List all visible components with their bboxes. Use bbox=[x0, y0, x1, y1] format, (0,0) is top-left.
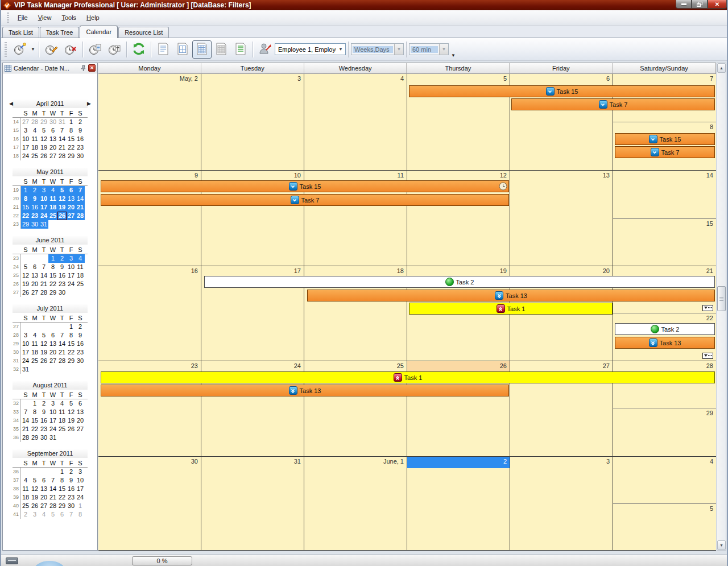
mini-day[interactable]: 19 bbox=[21, 280, 30, 288]
mini-day[interactable]: 2 bbox=[57, 254, 67, 263]
tab-resource-list[interactable]: Resource List bbox=[118, 27, 169, 38]
close-button[interactable]: ✕ bbox=[708, 0, 727, 9]
mini-day[interactable]: 30 bbox=[39, 433, 48, 442]
mini-day[interactable]: 2 bbox=[30, 186, 39, 195]
restore-button[interactable] bbox=[692, 0, 708, 9]
chevron-down-icon[interactable]: ▼ bbox=[336, 44, 345, 55]
mini-day[interactable]: 22 bbox=[30, 425, 39, 433]
mini-day[interactable]: 26 bbox=[67, 425, 76, 433]
mini-day[interactable]: 14 bbox=[39, 271, 48, 280]
more-tasks-icon[interactable] bbox=[702, 305, 713, 311]
task-bar[interactable]: Task 7 bbox=[511, 98, 715, 110]
task-bar[interactable]: Task 13 bbox=[307, 290, 715, 301]
panel-close-icon[interactable]: ✕ bbox=[88, 64, 96, 72]
mini-day[interactable]: 27 bbox=[67, 212, 76, 220]
mini-day[interactable]: 24 bbox=[48, 425, 57, 433]
mini-day[interactable]: 13 bbox=[48, 340, 57, 348]
mini-day[interactable]: 30 bbox=[48, 118, 57, 126]
mini-day[interactable]: 4 bbox=[76, 254, 85, 263]
mini-day[interactable]: 28 bbox=[48, 502, 57, 510]
scroll-up-icon[interactable]: ▲ bbox=[717, 63, 726, 73]
mini-day[interactable]: 25 bbox=[57, 425, 67, 433]
task-bar[interactable]: Task 2 bbox=[204, 276, 715, 288]
mini-day[interactable]: 23 bbox=[30, 212, 39, 220]
mini-day[interactable]: 3 bbox=[30, 510, 39, 519]
task-bar[interactable]: Task 15 bbox=[409, 85, 715, 97]
mini-day[interactable]: 7 bbox=[76, 186, 85, 195]
mini-day[interactable]: 29 bbox=[67, 152, 76, 160]
mini-day[interactable]: 9 bbox=[57, 263, 67, 271]
mini-day[interactable]: 22 bbox=[67, 143, 76, 152]
mini-day[interactable]: 9 bbox=[39, 408, 48, 416]
mini-day[interactable]: 22 bbox=[57, 493, 67, 502]
delete-task-button[interactable] bbox=[61, 40, 80, 59]
mini-day[interactable]: 12 bbox=[57, 195, 67, 203]
task-bar[interactable]: Task 1 bbox=[101, 371, 715, 383]
mini-day[interactable]: 26 bbox=[39, 152, 48, 160]
mini-day[interactable]: 31 bbox=[57, 118, 67, 126]
mini-day[interactable]: 5 bbox=[57, 186, 67, 195]
mini-day[interactable]: 7 bbox=[67, 510, 76, 519]
mini-day[interactable]: 23 bbox=[76, 348, 85, 357]
mini-day[interactable]: 5 bbox=[67, 399, 76, 408]
prev-month-icon[interactable]: ◀ bbox=[9, 100, 13, 108]
task-bar[interactable]: Task 13 bbox=[615, 337, 715, 349]
day-cell[interactable]: June, 1 bbox=[304, 457, 407, 550]
timeline-view-button[interactable] bbox=[212, 40, 231, 59]
mini-day[interactable]: 30 bbox=[76, 152, 85, 160]
mini-day[interactable]: 30 bbox=[76, 357, 85, 365]
task-bar[interactable]: Task 7 bbox=[615, 146, 715, 158]
mini-day[interactable]: 4 bbox=[30, 126, 39, 135]
mini-day[interactable]: 4 bbox=[21, 476, 30, 485]
mini-day[interactable]: 21 bbox=[57, 143, 67, 152]
mini-day[interactable]: 31 bbox=[39, 220, 48, 229]
mini-day[interactable]: 6 bbox=[76, 399, 85, 408]
mini-day[interactable]: 10 bbox=[39, 195, 48, 203]
mini-day[interactable]: 24 bbox=[39, 212, 48, 220]
mini-day[interactable]: 10 bbox=[21, 135, 30, 143]
tab-task-list[interactable]: Task List bbox=[2, 27, 39, 38]
mini-day[interactable]: 11 bbox=[57, 408, 67, 416]
mini-day[interactable]: 3 bbox=[21, 126, 30, 135]
mini-day[interactable]: 15 bbox=[67, 135, 76, 143]
mini-day[interactable]: 3 bbox=[39, 186, 48, 195]
mini-day[interactable]: 18 bbox=[21, 493, 30, 502]
mini-day[interactable]: 14 bbox=[76, 195, 85, 203]
mini-day[interactable]: 5 bbox=[30, 476, 39, 485]
minimize-button[interactable] bbox=[676, 0, 692, 9]
mini-day[interactable]: 15 bbox=[57, 485, 67, 493]
mini-day[interactable]: 11 bbox=[21, 485, 30, 493]
mini-day[interactable]: 16 bbox=[39, 416, 48, 425]
mini-day[interactable]: 7 bbox=[48, 476, 57, 485]
menu-item-view[interactable]: View bbox=[33, 12, 57, 23]
month-view-button[interactable] bbox=[192, 40, 212, 59]
mini-day[interactable]: 27 bbox=[76, 425, 85, 433]
mini-day[interactable]: 24 bbox=[21, 152, 30, 160]
mini-day[interactable]: 2 bbox=[39, 399, 48, 408]
mini-day[interactable]: 29 bbox=[39, 118, 48, 126]
mini-day[interactable]: 15 bbox=[67, 340, 76, 348]
mini-day[interactable]: 25 bbox=[48, 212, 57, 220]
saturday-sunday-cell[interactable]: 45 bbox=[613, 457, 716, 550]
mini-day[interactable]: 28 bbox=[57, 152, 67, 160]
saturday-sunday-cell[interactable]: 1415 bbox=[613, 171, 716, 266]
mini-day[interactable]: 8 bbox=[30, 408, 39, 416]
scrollbar-thumb[interactable] bbox=[717, 286, 726, 311]
mini-day[interactable]: 25 bbox=[30, 357, 39, 365]
mini-day[interactable]: 12 bbox=[21, 271, 30, 280]
mini-day[interactable]: 10 bbox=[21, 340, 30, 348]
sunday-half[interactable]: 29 bbox=[613, 408, 716, 456]
mini-day[interactable]: 4 bbox=[57, 399, 67, 408]
sunday-half[interactable]: 15 bbox=[613, 218, 716, 266]
edit-task-button[interactable] bbox=[42, 40, 61, 59]
mini-day[interactable]: 27 bbox=[48, 357, 57, 365]
mini-day[interactable]: 9 bbox=[30, 195, 39, 203]
mini-day[interactable]: 2 bbox=[76, 118, 85, 126]
mini-day[interactable]: 11 bbox=[76, 263, 85, 271]
mini-day[interactable]: 6 bbox=[67, 186, 76, 195]
task-bar[interactable]: Task 7 bbox=[101, 194, 509, 206]
mini-day[interactable]: 6 bbox=[48, 126, 57, 135]
mini-day[interactable]: 20 bbox=[39, 493, 48, 502]
mini-day[interactable]: 23 bbox=[76, 143, 85, 152]
mini-day[interactable]: 30 bbox=[30, 220, 39, 229]
